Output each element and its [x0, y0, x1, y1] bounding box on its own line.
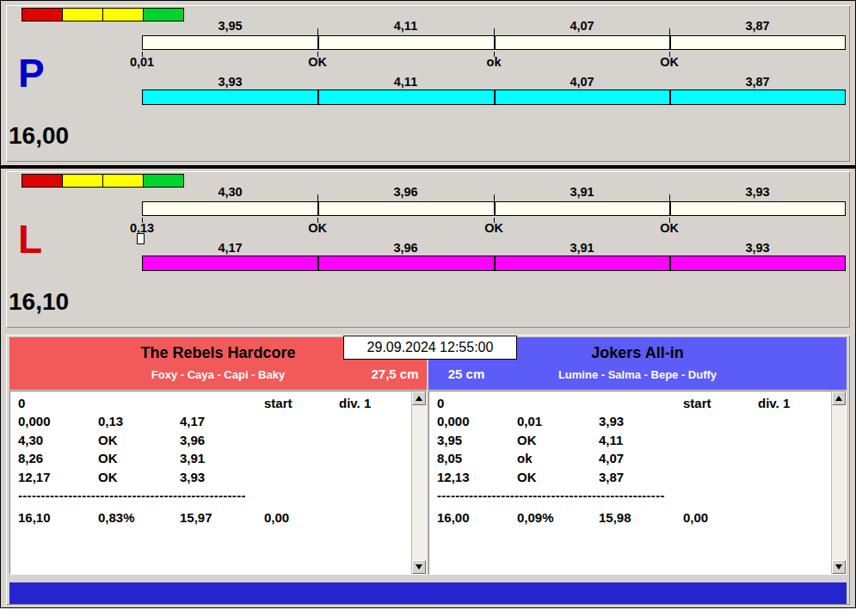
results-table-left: 0startdiv. 1 0,0000,134,17 4,30OK3,96 8,… — [9, 391, 427, 575]
cell: 3,95 — [437, 433, 517, 447]
cell: div. 1 — [339, 396, 371, 410]
cell: 4,11 — [599, 433, 683, 447]
cell: OK — [517, 433, 599, 447]
scroll-up-icon — [835, 396, 842, 401]
bar-divider — [494, 36, 496, 49]
check-label: OK — [631, 55, 708, 69]
tick-mark — [494, 28, 495, 35]
scroll-up-button[interactable] — [412, 391, 426, 405]
cell: div. 1 — [758, 396, 790, 410]
cell: 3,93 — [180, 470, 264, 484]
scroll-down-icon — [835, 564, 842, 570]
cell: 0,00 — [683, 510, 758, 525]
table-row: 4,30OK3,96 — [18, 433, 426, 451]
separator-line: ----------------------------------------… — [437, 488, 846, 507]
cell: 12,13 — [437, 470, 517, 484]
bottom-segment-value: 3,87 — [669, 75, 846, 89]
cell: 4,07 — [599, 451, 683, 465]
bottom-segment-value: 4,17 — [142, 241, 318, 255]
status-light-yellow-1 — [62, 174, 103, 188]
tick-mark — [669, 194, 670, 201]
totals-row: 16,100,83%15,970,00 — [18, 510, 426, 528]
status-light-yellow-2 — [102, 174, 144, 188]
datetime-display: 29.09.2024 12:55:00 — [343, 336, 517, 360]
lane-total: 16,00 — [9, 122, 69, 150]
cell: 0,000 — [18, 414, 98, 428]
footer-bar — [9, 582, 847, 604]
table-row: 12,13OK3,87 — [437, 470, 846, 488]
bar-divider — [317, 202, 319, 215]
check-label: ok — [455, 55, 533, 69]
cell: OK — [98, 451, 180, 465]
cell: 4,17 — [180, 414, 264, 428]
check-label: OK — [631, 221, 708, 235]
check-label: OK — [279, 221, 356, 235]
table-body: 0startdiv. 1 0,0000,134,17 4,30OK3,96 8,… — [10, 391, 426, 528]
top-segment-value: 3,93 — [669, 185, 846, 199]
cell: OK — [517, 470, 599, 484]
lane-letter: P — [18, 54, 45, 92]
cell: 3,93 — [599, 414, 683, 428]
scroll-down-button[interactable] — [832, 560, 846, 574]
cell: 15,98 — [599, 510, 683, 525]
top-segment-value: 4,30 — [142, 185, 318, 199]
cell: ok — [517, 451, 599, 465]
cell: 8,26 — [18, 451, 98, 465]
cell: OK — [98, 433, 180, 447]
cell: start — [264, 396, 339, 410]
reference-bar — [142, 35, 846, 50]
bar-divider — [494, 202, 496, 215]
cell: 16,10 — [18, 510, 98, 525]
tick-mark — [317, 28, 318, 35]
table-row: 0startdiv. 1 — [18, 396, 426, 414]
check-label: OK — [279, 55, 356, 69]
top-segment-value: 3,87 — [669, 19, 846, 33]
reference-bar — [142, 201, 846, 216]
bar-divider — [317, 90, 319, 104]
table-row: 0startdiv. 1 — [437, 396, 846, 414]
cell: 3,91 — [180, 451, 264, 465]
distance-value-left: 27,5 cm — [354, 367, 436, 381]
top-segment-value: 3,91 — [494, 185, 670, 199]
status-light-red — [22, 174, 63, 188]
totals-row: 16,000,09%15,980,00 — [437, 510, 846, 528]
check-label: OK — [455, 221, 533, 235]
lane-total: 16,10 — [9, 288, 69, 316]
scrollbar[interactable] — [831, 391, 846, 574]
lane-panel-l: 4,30 3,96 3,91 3,93 0,13 OK OK OK 4,17 3… — [6, 171, 850, 328]
cell: 0,09% — [517, 510, 599, 525]
bar-divider — [317, 36, 319, 49]
cell: 0,83% — [98, 510, 180, 525]
results-section: The Rebels Hardcore Foxy - Caya - Capi -… — [6, 335, 850, 605]
measured-bar — [142, 256, 846, 271]
bottom-segment-value: 4,11 — [317, 75, 494, 89]
tick-mark — [494, 194, 495, 201]
table-row: 8,05ok4,07 — [437, 451, 846, 469]
bottom-segment-value: 3,93 — [669, 241, 846, 255]
cell: 16,00 — [437, 510, 517, 525]
top-segment-value: 4,07 — [494, 19, 670, 33]
cell: 0,00 — [264, 510, 339, 525]
cell: 0,000 — [437, 414, 517, 428]
cell: start — [683, 396, 758, 410]
status-light-yellow-2 — [102, 8, 144, 22]
lane-panel-p: 3,95 4,11 4,07 3,87 0,01 OK ok OK 3,93 4… — [6, 5, 850, 162]
cell: 3,87 — [599, 470, 683, 484]
scroll-down-button[interactable] — [412, 560, 426, 574]
cell: 8,05 — [437, 451, 517, 465]
bar-divider — [494, 256, 496, 270]
tick-mark — [317, 194, 318, 201]
scroll-up-button[interactable] — [832, 391, 846, 405]
bottom-segment-value: 3,96 — [317, 241, 494, 255]
distance-value-right: 25 cm — [434, 367, 499, 381]
status-light-yellow-1 — [62, 8, 103, 22]
cell: 3,96 — [180, 433, 264, 447]
bar-divider — [669, 36, 671, 49]
bar-divider — [317, 256, 319, 270]
cell: 12,17 — [18, 470, 98, 484]
lane-letter: L — [18, 220, 42, 258]
status-light-red — [22, 8, 63, 22]
cell: 0 — [437, 396, 517, 410]
tick-mark — [669, 28, 670, 35]
scrollbar[interactable] — [411, 391, 426, 574]
